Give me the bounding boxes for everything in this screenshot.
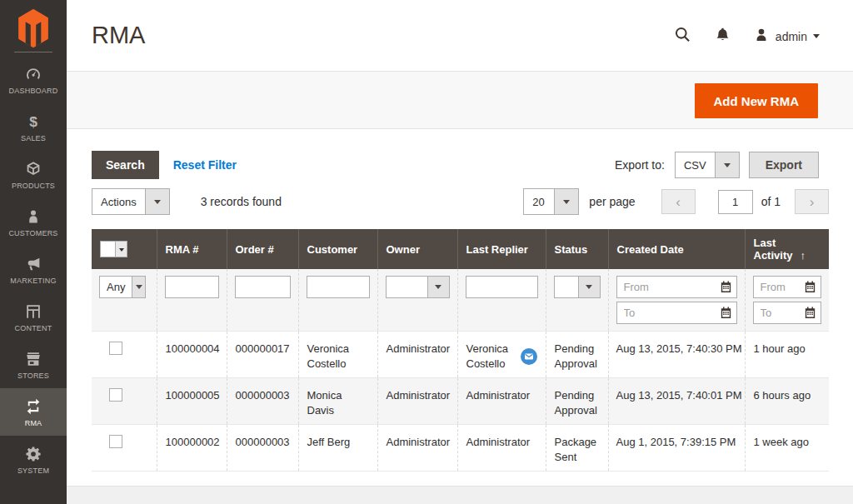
column-label: Last Replier xyxy=(466,243,528,256)
order-filter-input[interactable] xyxy=(235,276,291,298)
notifications-bell-icon[interactable] xyxy=(714,26,731,47)
cell-last_replier: Administrator xyxy=(457,378,546,425)
sidebar-item-marketing[interactable]: MARKETING xyxy=(0,246,67,293)
filter-cell-rma xyxy=(157,269,227,332)
sidebar-item-label: RMA xyxy=(25,419,42,427)
search-icon[interactable] xyxy=(673,25,692,47)
filter-cell-owner xyxy=(377,269,457,332)
records-found-text: 3 records found xyxy=(201,195,282,208)
owner-filter-select[interactable] xyxy=(386,276,450,298)
export-to-label: Export to: xyxy=(615,158,665,172)
column-header-owner[interactable]: Owner xyxy=(377,229,457,269)
column-header-last_replier[interactable]: Last Replier xyxy=(457,229,546,269)
export-format-select[interactable]: CSV xyxy=(675,152,740,178)
sidebar-menu: DASHBOARD$SALESPRODUCTSCUSTOMERSMARKETIN… xyxy=(0,56,67,483)
select-arrow-icon xyxy=(578,277,600,297)
customer-filter-input[interactable] xyxy=(307,276,370,298)
per-page-label: per page xyxy=(589,195,635,208)
filter-cell-activity xyxy=(745,269,829,332)
cell-activity: 6 hours ago xyxy=(745,378,829,425)
add-new-rma-button[interactable]: Add New RMA xyxy=(695,83,819,118)
sort-asc-icon: ↑ xyxy=(800,249,806,262)
page-size-select[interactable]: 20 xyxy=(523,188,579,215)
cell-customer: Jeff Berg xyxy=(298,425,377,472)
sidebar-item-content[interactable]: CONTENT xyxy=(0,293,67,341)
filter-cell-order xyxy=(227,269,298,332)
sidebar-item-label: CUSTOMERS xyxy=(8,229,57,237)
cell-select xyxy=(92,425,157,472)
actions-select[interactable]: Actions xyxy=(92,188,170,215)
column-label: Status xyxy=(555,243,588,256)
column-header-status[interactable]: Status xyxy=(546,229,608,269)
user-menu[interactable]: admin xyxy=(753,27,820,47)
sidebar-item-customers[interactable]: CUSTOMERS xyxy=(0,198,67,246)
main-area: RMA admin Add New RMA Search Reset Filte… xyxy=(67,0,853,504)
rma-filter-input[interactable] xyxy=(165,276,219,298)
sidebar-nav: DASHBOARD$SALESPRODUCTSCUSTOMERSMARKETIN… xyxy=(0,0,67,504)
calendar-icon[interactable] xyxy=(803,306,817,320)
cell-activity: 1 hour ago xyxy=(745,332,829,378)
column-header-activity[interactable]: Last Activity↑ xyxy=(745,229,829,269)
select-all-checkbox[interactable] xyxy=(100,241,127,257)
export-button[interactable]: Export xyxy=(749,152,819,178)
page-number-input[interactable] xyxy=(718,190,753,214)
stores-icon xyxy=(24,350,42,368)
cell-last_replier: Veronica Costello xyxy=(457,332,546,378)
sidebar-item-dashboard[interactable]: DASHBOARD xyxy=(0,56,67,103)
reset-filter-link[interactable]: Reset Filter xyxy=(173,158,237,172)
column-header-order[interactable]: Order # xyxy=(227,229,298,269)
column-header-rma[interactable]: RMA # xyxy=(157,229,227,269)
calendar-icon[interactable] xyxy=(719,306,733,320)
sales-icon: $ xyxy=(24,112,42,131)
last-replier-text: Administrator xyxy=(466,388,531,403)
filter-cell-last_replier xyxy=(457,269,546,332)
prev-page-button[interactable]: ‹ xyxy=(661,189,696,214)
page-title: RMA xyxy=(92,22,145,49)
page-size-value: 20 xyxy=(524,189,554,214)
row-checkbox[interactable] xyxy=(109,388,122,402)
export-group: Export to: CSV Export xyxy=(615,152,819,178)
cell-created: Aug 13, 2015, 7:40:01 PM xyxy=(608,378,745,425)
cell-owner: Administrator xyxy=(377,332,457,378)
owner-filter-value xyxy=(387,277,427,297)
mass-select-filter[interactable]: Any xyxy=(99,276,146,298)
next-page-button[interactable]: › xyxy=(795,189,829,214)
table-row[interactable]: 100000004000000017Veronica CostelloAdmin… xyxy=(92,332,829,378)
sidebar-item-label: DASHBOARD xyxy=(9,87,58,95)
cell-rma: 100000002 xyxy=(157,425,227,472)
sidebar-item-products[interactable]: PRODUCTS xyxy=(0,151,67,198)
column-label: Created Date xyxy=(617,243,684,256)
chevron-down-icon xyxy=(813,34,820,42)
row-checkbox[interactable] xyxy=(109,435,122,448)
select-dropdown-arrow-icon[interactable] xyxy=(115,242,127,257)
status-filter-select[interactable] xyxy=(554,276,601,298)
sidebar-item-label: MARKETING xyxy=(10,277,56,285)
calendar-icon[interactable] xyxy=(803,280,817,294)
sidebar-item-sales[interactable]: $SALES xyxy=(0,103,67,151)
last-replier-text: Veronica Costello xyxy=(466,342,517,371)
sidebar-item-rma[interactable]: RMA xyxy=(0,388,67,436)
rma-grid-table: RMA #Order #CustomerOwnerLast ReplierSta… xyxy=(92,229,829,472)
column-header-customer[interactable]: Customer xyxy=(298,229,377,269)
magento-logo[interactable] xyxy=(0,0,67,50)
search-button[interactable]: Search xyxy=(92,151,159,179)
sidebar-item-label: SYSTEM xyxy=(17,467,49,475)
column-label: Owner xyxy=(387,243,420,256)
dashboard-icon xyxy=(24,65,42,83)
cell-customer: Veronica Costello xyxy=(298,332,377,378)
actions-value: Actions xyxy=(92,189,145,214)
column-header-created[interactable]: Created Date xyxy=(608,229,745,269)
last_replier-filter-input[interactable] xyxy=(466,276,538,298)
select-all-header[interactable] xyxy=(92,229,157,269)
sidebar-item-label: STORES xyxy=(17,372,49,380)
calendar-icon[interactable] xyxy=(719,280,733,294)
column-label: Order # xyxy=(236,243,274,256)
table-row[interactable]: 100000005000000003Monica DavisAdministra… xyxy=(92,378,829,425)
last-replier-text: Administrator xyxy=(466,435,531,450)
row-checkbox[interactable] xyxy=(109,342,122,355)
select-arrow-icon xyxy=(132,277,145,297)
sidebar-item-stores[interactable]: STORES xyxy=(0,341,67,388)
filter-cell-status xyxy=(546,269,608,332)
table-row[interactable]: 100000002000000003Jeff BergAdministrator… xyxy=(92,425,829,472)
sidebar-item-system[interactable]: SYSTEM xyxy=(0,436,67,483)
